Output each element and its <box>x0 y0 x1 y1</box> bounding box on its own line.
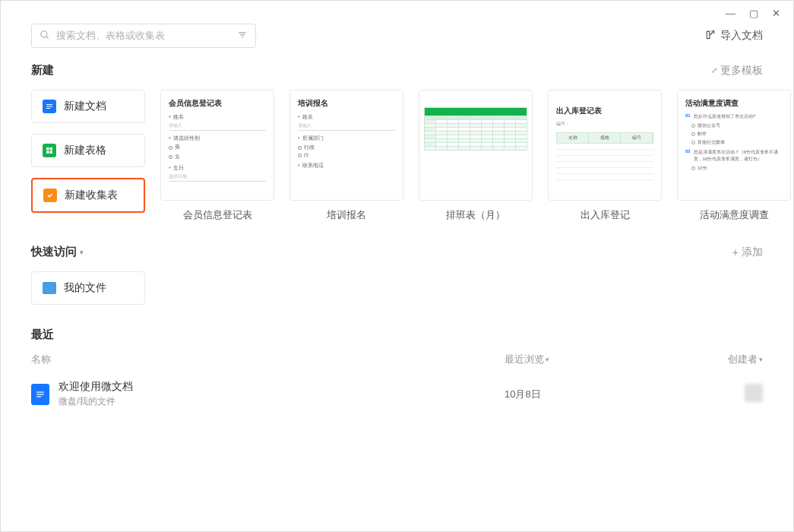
q-num: 01 <box>685 113 691 120</box>
template-preview: 会员信息登记表 *姓名请输入 *请选择性别 男 女 *生日选择日期 <box>160 90 274 201</box>
add-label: 添加 <box>742 245 763 259</box>
field-label: 联系电话 <box>302 162 324 169</box>
template-label: 出入库登记 <box>580 208 630 222</box>
maximize-button[interactable]: ▢ <box>749 8 758 19</box>
q-num: 02 <box>685 149 691 163</box>
document-icon <box>31 384 49 405</box>
document-icon <box>43 100 56 113</box>
svg-rect-11 <box>50 151 53 154</box>
column-browse[interactable]: 最近浏览 ▾ <box>505 353 702 366</box>
col-header: 名称 <box>557 133 589 143</box>
template-label: 会员信息登记表 <box>183 208 252 222</box>
template-label: 排班表（月） <box>446 208 505 222</box>
opt: 邮件 <box>698 131 707 138</box>
template-training-signup[interactable]: 培训报名 *姓名请输入 *所属部门 行政 IT *联系电话 培训报名 <box>289 90 403 222</box>
sort-caret-icon: ▾ <box>546 356 549 363</box>
quick-access-title[interactable]: 快速访问 ▾ <box>31 245 84 259</box>
more-templates-label: 更多模板 <box>720 64 763 78</box>
template-inventory[interactable]: 出入库登记表 编号： 名称 规格 编号 出入库登记 <box>548 90 662 222</box>
preview-title: 出入库登记表 <box>556 106 653 116</box>
template-preview: 活动满意度调查 01您从什么渠道得知了本次活动? 微信公众号 邮件 其他社交媒体… <box>677 90 791 201</box>
import-icon <box>705 30 716 43</box>
svg-rect-8 <box>46 147 49 150</box>
expand-icon: ⤢ <box>711 66 717 74</box>
opt: 微信公众号 <box>698 122 720 129</box>
new-form-label: 新建收集表 <box>65 188 118 202</box>
template-schedule[interactable]: 排班表（月） <box>419 90 533 222</box>
svg-rect-10 <box>46 151 49 154</box>
filter-icon[interactable] <box>237 30 248 43</box>
template-member-registration[interactable]: 会员信息登记表 *姓名请输入 *请选择性别 男 女 *生日选择日期 会员信息登记… <box>160 90 274 222</box>
chevron-down-icon: ▾ <box>80 249 84 256</box>
template-preview: 出入库登记表 编号： 名称 规格 编号 <box>548 90 662 201</box>
import-label: 导入文档 <box>720 29 763 43</box>
new-sheet-label: 新建表格 <box>64 144 106 157</box>
file-path: 微盘/我的文件 <box>59 395 505 408</box>
new-document-button[interactable]: 新建文档 <box>31 90 145 123</box>
search-icon <box>40 30 50 43</box>
field-label: 请选择性别 <box>173 135 200 142</box>
radio-option: 行政 <box>304 144 315 151</box>
my-files-label: 我的文件 <box>64 281 106 295</box>
import-document-button[interactable]: 导入文档 <box>705 29 763 43</box>
add-quick-access-button[interactable]: + 添加 <box>732 245 763 259</box>
preview-title: 培训报名 <box>298 98 395 109</box>
template-label: 培训报名 <box>327 208 366 222</box>
svg-rect-5 <box>46 104 52 105</box>
radio-option: 女 <box>175 153 180 160</box>
file-title: 欢迎使用微文档 <box>59 380 505 394</box>
close-button[interactable]: ✕ <box>772 8 780 19</box>
svg-rect-13 <box>36 394 44 394</box>
folder-icon <box>43 282 56 294</box>
recent-file-row[interactable]: 欢迎使用微文档 微盘/我的文件 10月8日 <box>31 371 763 417</box>
opt: 10分 <box>698 165 707 172</box>
field-hint: 请输入 <box>298 122 395 131</box>
quick-title-label: 快速访问 <box>31 245 77 259</box>
recent-section-title: 最近 <box>31 328 54 342</box>
sort-caret-icon: ▾ <box>759 356 763 363</box>
radio-option: 男 <box>175 144 180 151</box>
col-creator-label: 创建者 <box>728 353 758 366</box>
search-placeholder: 搜索文档、表格或收集表 <box>56 29 165 43</box>
field-label: 生日 <box>173 164 184 172</box>
svg-rect-12 <box>36 391 44 392</box>
field-label: 姓名 <box>302 113 313 121</box>
file-creator <box>702 384 763 405</box>
preview-subtitle: 编号： <box>556 121 653 128</box>
new-form-button[interactable]: 新建收集表 <box>31 178 145 213</box>
plus-icon: + <box>732 246 739 258</box>
svg-rect-9 <box>50 147 53 150</box>
new-section-title: 新建 <box>31 63 54 78</box>
col-header: 规格 <box>589 133 621 143</box>
q-text: 您从什么渠道得知了本次活动? <box>694 113 755 120</box>
field-hint: 选择日期 <box>169 173 266 182</box>
creator-avatar <box>745 384 763 402</box>
more-templates-button[interactable]: ⤢ 更多模板 <box>711 64 763 78</box>
col-header: 编号 <box>621 133 653 143</box>
template-preview <box>419 90 533 201</box>
field-label: 姓名 <box>173 113 184 121</box>
svg-rect-6 <box>46 106 52 107</box>
preview-title: 会员信息登记表 <box>169 98 266 109</box>
new-document-label: 新建文档 <box>64 100 106 113</box>
svg-line-1 <box>46 36 49 38</box>
column-creator[interactable]: 创建者 ▾ <box>702 353 763 366</box>
file-date: 10月8日 <box>505 388 702 401</box>
svg-rect-7 <box>46 108 50 109</box>
my-files-button[interactable]: 我的文件 <box>31 271 145 305</box>
search-input[interactable]: 搜索文档、表格或收集表 <box>31 24 256 48</box>
sheet-icon <box>43 144 56 157</box>
field-label: 所属部门 <box>302 135 324 142</box>
new-sheet-button[interactable]: 新建表格 <box>31 134 145 167</box>
field-hint: 请输入 <box>169 122 266 131</box>
svg-rect-14 <box>36 396 41 397</box>
template-survey[interactable]: 活动满意度调查 01您从什么渠道得知了本次活动? 微信公众号 邮件 其他社交媒体… <box>677 90 791 222</box>
column-name[interactable]: 名称 <box>31 353 505 366</box>
radio-option: IT <box>304 153 308 158</box>
col-browse-label: 最近浏览 <box>505 353 544 366</box>
template-preview: 培训报名 *姓名请输入 *所属部门 行政 IT *联系电话 <box>289 90 403 201</box>
q-text: 您是否满意本次活动？（0分代表非常不满意，10分代表非常满意，请打分） <box>694 149 783 163</box>
template-label: 活动满意度调查 <box>700 208 769 222</box>
minimize-button[interactable]: — <box>726 8 735 19</box>
svg-point-0 <box>41 30 47 36</box>
